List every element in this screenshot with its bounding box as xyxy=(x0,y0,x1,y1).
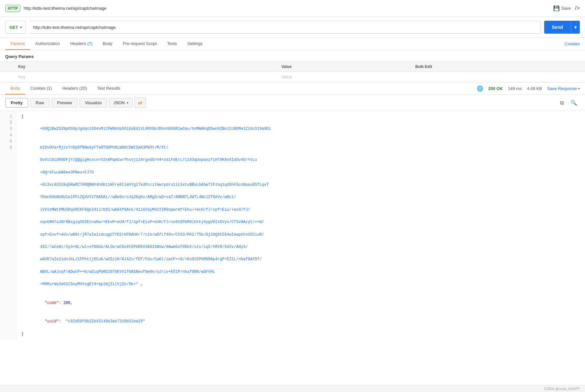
line-num: 3 xyxy=(0,126,16,132)
wrap-button[interactable]: ⇄ xyxy=(135,97,146,108)
save-response-button[interactable]: Save Response ▾ xyxy=(547,86,580,91)
method-badge: HTTP xyxy=(5,5,20,12)
method-select[interactable]: GET ▾ xyxy=(5,21,26,34)
line-num: 2 xyxy=(0,120,16,126)
code-line: "uuid": "c92d59f0b22b43149e3ee7310b52ee2… xyxy=(21,312,580,331)
row-checkbox[interactable] xyxy=(0,72,13,82)
line-num: 4 xyxy=(0,132,16,139)
send-button[interactable]: Send xyxy=(544,21,571,34)
tab-tests[interactable]: Tests xyxy=(162,38,182,50)
format-select[interactable]: JSON ▾ xyxy=(109,98,133,107)
url-input[interactable] xyxy=(33,25,537,30)
response-tabs: Body Cookies (1) Headers (20) Test Resul… xyxy=(0,82,585,95)
code-line: "code": 200, xyxy=(21,294,580,312)
line-num: 5 xyxy=(0,139,16,145)
line-numbers: 1 2 3 4 5 6 xyxy=(0,111,16,340)
code-area: 1 2 3 4 5 6 { +G9QlBwZS2NpOS9pJgdqn1SO4x… xyxy=(0,111,585,340)
code-line: } xyxy=(21,331,580,337)
res-tab-test-results[interactable]: Test Results xyxy=(92,83,125,95)
code-line: m1OvOVarRjzv7n6p9fNNedyFTa0T0OPh0LW9dcDW… xyxy=(21,139,580,294)
top-bar: HTTP http://kdtx-test.itheima.net/api/ca… xyxy=(0,0,585,17)
tab-authorization[interactable]: Authorization xyxy=(30,38,65,50)
cookies-link[interactable]: Cookies xyxy=(565,38,580,50)
bulk-edit-button[interactable]: Bulk Edit xyxy=(410,62,585,72)
response-meta: 🌐 200 OK 149 ms 4.49 KB Save Response ▾ xyxy=(477,85,580,92)
tab-settings[interactable]: Settings xyxy=(182,38,208,50)
code-line: { xyxy=(21,114,580,120)
tab-pre-request[interactable]: Pre-request Script xyxy=(118,38,162,50)
save-response-chevron-icon: ▾ xyxy=(578,87,580,90)
tab-params[interactable]: Params xyxy=(5,38,30,50)
save-icon: 💾 xyxy=(553,5,560,11)
res-tab-cookies[interactable]: Cookies (1) xyxy=(25,83,57,95)
response-toolbar: Pretty Raw Preview Visualize JSON ▾ ⇄ ⧉ … xyxy=(0,95,585,111)
visualize-button[interactable]: Visualize xyxy=(79,98,107,107)
params-check-col xyxy=(0,62,13,72)
tab-body[interactable]: Body xyxy=(98,38,118,50)
raw-button[interactable]: Raw xyxy=(30,98,50,107)
request-bar: GET ▾ Send ▾ xyxy=(0,17,585,38)
globe-icon: 🌐 xyxy=(477,85,483,92)
response-status: 200 OK xyxy=(488,86,503,91)
top-bar-url: http://kdtx-test.itheima.net/api/captcha… xyxy=(24,6,550,11)
preview-button[interactable]: Preview xyxy=(52,98,77,107)
row-key-input[interactable]: Key xyxy=(13,72,276,82)
search-icon: 🔍 xyxy=(571,100,577,106)
copy-button[interactable]: ⧉ xyxy=(557,99,566,107)
row-value-input[interactable]: Value xyxy=(276,72,410,82)
format-chevron-icon: ▾ xyxy=(127,101,128,105)
query-params-header: Query Params xyxy=(0,50,585,62)
pretty-button[interactable]: Pretty xyxy=(5,98,28,107)
top-bar-actions: 💾 Save /> xyxy=(553,5,580,12)
code-icon[interactable]: /> xyxy=(575,5,580,12)
table-row: Key Value xyxy=(0,72,585,82)
line-num: 1 xyxy=(0,114,16,120)
params-key-col: Key xyxy=(13,62,276,72)
response-size: 4.49 KB xyxy=(527,86,542,91)
code-content: { +G9QlBwZS2NpOS9pJgdqn1SO4xMlCPW9bVp55l… xyxy=(16,111,585,340)
res-tab-headers[interactable]: Headers (20) xyxy=(57,83,92,95)
send-button-group: Send ▾ xyxy=(544,21,580,34)
code-line: +G9QlBwZS2NpOS9pJgdqn1SO4xMlCPW9bVp55lEd… xyxy=(21,120,580,139)
tab-headers[interactable]: Headers (7) xyxy=(65,38,98,50)
method-chevron-icon: ▾ xyxy=(20,26,22,29)
send-dropdown-button[interactable]: ▾ xyxy=(571,21,580,34)
params-value-col: Value xyxy=(276,62,410,72)
response-body: 1 2 3 4 5 6 { +G9QlBwZS2NpOS9pJgdqn1SO4x… xyxy=(0,111,585,340)
request-tabs: Params Authorization Headers (7) Body Pr… xyxy=(0,38,585,50)
res-tab-body[interactable]: Body xyxy=(5,83,25,95)
url-input-wrapper xyxy=(29,21,541,34)
search-button[interactable]: 🔍 xyxy=(568,98,580,107)
response-time: 149 ms xyxy=(508,86,522,91)
save-button[interactable]: 💾 Save xyxy=(553,5,571,11)
copy-icon: ⧉ xyxy=(560,100,564,106)
wrap-icon: ⇄ xyxy=(138,100,142,106)
line-num: 6 xyxy=(0,145,16,151)
params-table: Key Value Bulk Edit Key Value xyxy=(0,62,585,82)
row-actions xyxy=(410,72,585,82)
